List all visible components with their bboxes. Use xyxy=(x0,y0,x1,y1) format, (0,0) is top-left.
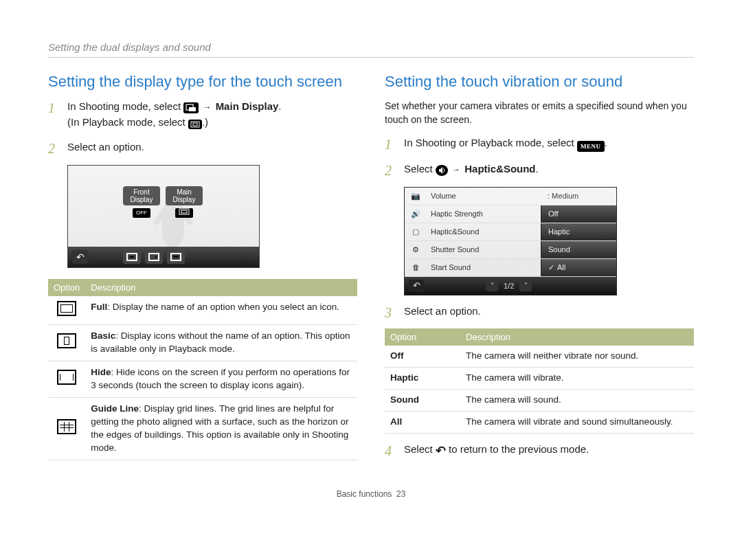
step-text-b: In Playback mode, select xyxy=(71,116,188,128)
svg-rect-6 xyxy=(181,210,187,213)
step-text: Select an option. xyxy=(67,141,144,153)
page-up-icon[interactable]: ˄ xyxy=(486,280,498,291)
table-row: SoundThe camera will sound. xyxy=(385,389,694,411)
display-type-figure: FrontDisplay OFF MainDisplay ↶ xyxy=(67,165,260,268)
right-step-3: 3 Select an option. xyxy=(385,304,694,320)
svg-rect-5 xyxy=(179,209,189,214)
back-icon[interactable]: ↶ xyxy=(72,250,89,264)
main-display-label: Main Display xyxy=(216,100,279,112)
left-step-1: 1 In Shooting mode, select → Main Displa… xyxy=(48,99,357,130)
table-header-option: Option xyxy=(385,328,460,346)
pager-label: 1/2 xyxy=(504,282,514,290)
return-icon: ↶ xyxy=(436,442,446,460)
table-header-description: Description xyxy=(85,279,357,296)
option-off[interactable]: Off xyxy=(541,205,616,223)
back-icon[interactable]: ↶ xyxy=(409,280,424,292)
table-row: HapticThe camera will vibrate. xyxy=(385,367,694,389)
hide-icon xyxy=(57,370,76,385)
display-mode-guide-icon[interactable] xyxy=(167,250,185,264)
table-row: Full: Display the name of an option when… xyxy=(48,296,357,325)
right-title: Setting the touch vibration or sound xyxy=(385,73,694,91)
menu-row[interactable]: ⚙ Shutter Sound Sound xyxy=(405,241,616,259)
right-step-4: 4 Select ↶ to return to the previous mod… xyxy=(385,442,694,460)
display-tab-icon: ▢ xyxy=(405,227,427,236)
settings-tab-icon: ⚙ xyxy=(405,245,427,254)
page-footer: Basic functions 23 xyxy=(48,489,694,499)
guide-line-icon xyxy=(57,419,76,434)
page-down-icon[interactable]: ˅ xyxy=(519,280,532,291)
right-step-1: 1 In Shooting or Playback mode, select M… xyxy=(385,135,694,153)
arrow-icon: → xyxy=(451,165,462,175)
left-title: Setting the display type for the touch s… xyxy=(48,73,357,91)
display-mode-basic-icon[interactable] xyxy=(145,250,163,264)
left-step-2: 2 Select an option. xyxy=(48,139,357,155)
right-step-2: 2 Select → Haptic&Sound. xyxy=(385,161,694,177)
check-icon: ✓ xyxy=(548,263,554,272)
svg-rect-1 xyxy=(189,107,196,111)
haptic-sound-figure: 📷 Volume : Medium 🔊 Haptic Strength Off … xyxy=(404,187,617,295)
right-lead: Set whether your camera vibrates or emit… xyxy=(385,99,694,127)
table-row: Basic: Display icons without the name of… xyxy=(48,325,357,361)
arrow-icon: → xyxy=(201,102,212,112)
left-column: Setting the display type for the touch s… xyxy=(48,73,357,470)
svg-rect-2 xyxy=(191,122,199,127)
option-all[interactable]: ✓All xyxy=(541,259,616,276)
table-row: Guide Line: Display grid lines. The grid… xyxy=(48,397,357,460)
menu-icon: MENU xyxy=(577,141,605,152)
sound-tab-icon: 🔊 xyxy=(405,210,427,219)
basic-icon xyxy=(57,333,76,348)
svg-rect-3 xyxy=(193,123,197,126)
table-row: AllThe camera will vibrate and sound sim… xyxy=(385,411,694,433)
option-haptic[interactable]: Haptic xyxy=(541,223,616,240)
haptic-option-table: Option Description OffThe camera will ne… xyxy=(385,328,694,434)
main-display-icon xyxy=(175,208,193,218)
table-header-option: Option xyxy=(48,279,85,296)
menu-row[interactable]: 🔊 Haptic Strength Off xyxy=(405,205,616,223)
display-mode-full-icon[interactable] xyxy=(123,250,141,264)
table-row: Hide: Hide icons on the screen if you pe… xyxy=(48,361,357,398)
menu-row[interactable]: 📷 Volume : Medium xyxy=(405,188,616,205)
breadcrumb: Setting the dual displays and sound xyxy=(48,41,694,58)
front-off-badge: OFF xyxy=(133,208,150,218)
table-row: OffThe camera will neither vibrate nor s… xyxy=(385,346,694,367)
front-display-button[interactable]: FrontDisplay OFF xyxy=(123,186,160,218)
playback-display-icon xyxy=(188,120,202,129)
camera-tab-icon: 📷 xyxy=(405,192,427,201)
haptic-sound-label: Haptic&Sound xyxy=(464,163,535,175)
menu-row[interactable]: ▢ Haptic&Sound Haptic xyxy=(405,223,616,241)
full-icon xyxy=(57,301,76,316)
table-header-description: Description xyxy=(460,328,694,346)
main-display-button[interactable]: MainDisplay xyxy=(166,186,203,218)
menu-row[interactable]: 🗑 Start Sound ✓All xyxy=(405,259,616,277)
right-column: Setting the touch vibration or sound Set… xyxy=(385,73,694,470)
display-settings-icon xyxy=(183,102,199,113)
trash-tab-icon: 🗑 xyxy=(405,263,427,271)
step-text: In Shooting mode, select xyxy=(67,100,183,112)
sound-icon xyxy=(436,165,448,176)
display-option-table: Option Description Full: Display the nam… xyxy=(48,279,357,460)
option-sound[interactable]: Sound xyxy=(541,241,616,258)
